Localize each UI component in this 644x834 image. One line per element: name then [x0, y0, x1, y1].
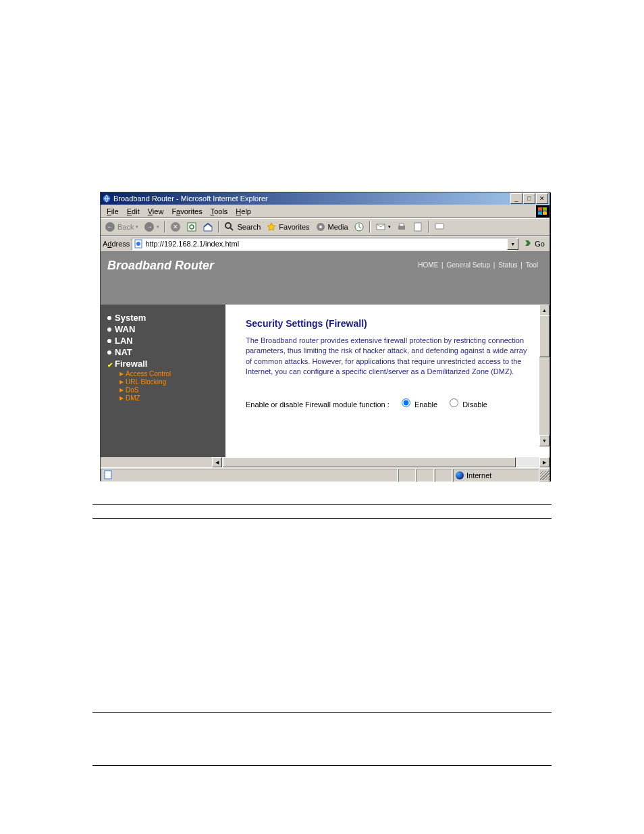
page-icon: [103, 470, 113, 481]
edit-button[interactable]: [410, 220, 425, 234]
search-icon: [224, 221, 235, 232]
media-icon: [315, 221, 326, 232]
status-message: [101, 469, 398, 482]
sidebar: System WAN LAN NAT ✔Firewall ▶Access Con…: [101, 305, 225, 457]
nav-general-setup[interactable]: General Setup: [446, 261, 490, 269]
scroll-up-icon[interactable]: ▲: [539, 305, 549, 316]
stop-button[interactable]: ✕: [168, 220, 183, 234]
maximize-button[interactable]: □: [523, 193, 535, 204]
banner-title: Broadband Router: [107, 259, 214, 273]
svg-rect-4: [543, 211, 547, 215]
search-button[interactable]: Search: [222, 220, 263, 234]
home-button[interactable]: [200, 220, 215, 234]
back-icon: ←: [105, 221, 115, 232]
address-dropdown[interactable]: ▼: [507, 238, 518, 250]
main-panel: Security Settings (Firewall) The Broadba…: [225, 305, 549, 457]
svg-rect-5: [188, 223, 196, 231]
status-pane: [398, 469, 416, 482]
refresh-button[interactable]: [184, 220, 199, 234]
address-label: Address: [103, 240, 130, 248]
sidebar-sub-dos[interactable]: ▶DoS: [119, 386, 219, 394]
nav-status[interactable]: Status: [498, 261, 517, 269]
globe-icon: [456, 471, 464, 479]
horizontal-scrollbar: ◀ ▶: [101, 457, 549, 467]
hscroll-track[interactable]: ◀ ▶: [212, 457, 549, 467]
page-heading: Security Settings (Firewall): [246, 318, 529, 329]
stop-icon: ✕: [170, 221, 181, 232]
print-button[interactable]: [394, 220, 409, 234]
forward-icon: →: [144, 221, 155, 232]
sidebar-item-firewall[interactable]: ✔Firewall: [107, 359, 219, 369]
toolbar: ← Back ▾ → ▾ ✕ Search Favorites: [101, 218, 549, 236]
address-input[interactable]: http://192.168.2.1/index.html: [132, 238, 516, 251]
bullet-icon: [107, 339, 111, 343]
menu-edit[interactable]: Edit: [123, 206, 144, 217]
edit-icon: [412, 221, 423, 232]
menubar: File Edit View Favorites Tools Help: [101, 205, 549, 218]
back-label: Back: [117, 223, 134, 231]
menu-help[interactable]: Help: [232, 206, 255, 217]
arrow-icon: ▶: [119, 371, 124, 377]
arrow-icon: ▶: [119, 379, 124, 385]
bullet-icon: [107, 350, 111, 355]
sidebar-sub-url-blocking[interactable]: ▶URL Blocking: [119, 378, 219, 386]
nav-home[interactable]: HOME: [418, 261, 438, 269]
hscroll-thumb[interactable]: [223, 457, 516, 467]
nav-tool[interactable]: Tool: [526, 261, 538, 269]
address-bar: Address http://192.168.2.1/index.html ▼ …: [101, 236, 549, 252]
zone-pane: Internet: [453, 469, 539, 482]
enable-option[interactable]: Enable: [398, 400, 437, 409]
forward-button[interactable]: → ▾: [142, 220, 161, 234]
hr: [92, 765, 552, 766]
scroll-right-icon[interactable]: ▶: [539, 457, 549, 467]
minimize-button[interactable]: _: [510, 193, 522, 204]
back-button[interactable]: ← Back ▾: [103, 220, 140, 234]
disable-radio[interactable]: [450, 398, 458, 407]
go-button[interactable]: Go: [520, 238, 547, 249]
svg-rect-2: [543, 207, 547, 211]
favorites-icon: [266, 221, 277, 232]
refresh-icon: [186, 221, 197, 232]
mail-button[interactable]: ▾: [373, 220, 393, 234]
address-url: http://192.168.2.1/index.html: [145, 240, 239, 248]
sidebar-item-nat[interactable]: NAT: [107, 347, 219, 357]
page-description: The Broadband router provides extensive …: [246, 336, 529, 377]
favorites-button[interactable]: Favorites: [264, 220, 311, 234]
menu-tools[interactable]: Tools: [207, 206, 232, 217]
check-icon: ✔: [107, 362, 111, 366]
window-title: Broadband Router - Microsoft Internet Ex…: [113, 194, 510, 203]
history-icon: [354, 221, 365, 232]
ie-icon: [102, 194, 111, 203]
arrow-icon: ▶: [119, 395, 124, 401]
resize-grip[interactable]: [540, 471, 549, 480]
svg-rect-12: [400, 224, 404, 226]
enable-radio[interactable]: [402, 398, 410, 407]
mail-icon: [375, 221, 386, 232]
page-icon: [134, 239, 143, 249]
media-button[interactable]: Media: [313, 220, 350, 234]
go-icon: [523, 238, 533, 249]
scroll-left-icon[interactable]: ◀: [212, 457, 222, 467]
sidebar-item-system[interactable]: System: [107, 313, 219, 323]
sidebar-item-wan[interactable]: WAN: [107, 324, 219, 334]
disable-option[interactable]: Disable: [446, 400, 487, 409]
vertical-scrollbar[interactable]: ▲ ▼: [539, 305, 549, 446]
close-button[interactable]: ✕: [536, 193, 548, 204]
menu-file[interactable]: File: [103, 206, 123, 217]
svg-point-8: [319, 226, 322, 228]
svg-point-16: [136, 242, 140, 246]
scroll-down-icon[interactable]: ▼: [539, 435, 549, 446]
menu-view[interactable]: View: [144, 206, 168, 217]
dropdown-icon: ▾: [136, 224, 138, 230]
sidebar-item-lan[interactable]: LAN: [107, 336, 219, 346]
banner: Broadband Router HOME | General Setup | …: [101, 252, 549, 305]
sidebar-sub-dmz[interactable]: ▶DMZ: [119, 394, 219, 402]
discuss-icon: [434, 221, 445, 232]
titlebar: Broadband Router - Microsoft Internet Ex…: [101, 192, 549, 205]
discuss-button[interactable]: [432, 220, 447, 234]
sidebar-sub-access-control[interactable]: ▶Access Control: [119, 370, 219, 377]
zone-label: Internet: [466, 471, 491, 479]
history-button[interactable]: [352, 220, 367, 234]
menu-favorites[interactable]: Favorites: [167, 206, 206, 217]
scroll-thumb[interactable]: [539, 315, 549, 357]
